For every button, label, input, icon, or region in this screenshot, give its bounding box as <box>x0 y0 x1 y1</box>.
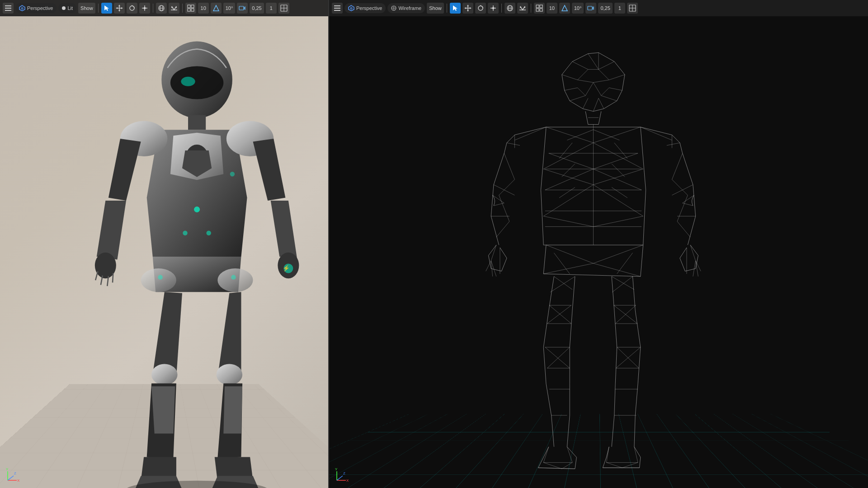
left-sep3 <box>182 4 183 13</box>
right-screen-button[interactable]: 1 <box>614 3 625 14</box>
svg-marker-11 <box>121 7 123 9</box>
svg-line-211 <box>567 447 572 463</box>
svg-marker-10 <box>116 7 118 9</box>
svg-line-220 <box>606 463 622 468</box>
right-camera-val-button[interactable]: 0,25 <box>598 3 612 14</box>
svg-line-123 <box>593 83 601 96</box>
svg-rect-38 <box>188 115 206 130</box>
svg-line-47 <box>113 273 113 282</box>
svg-line-195 <box>547 305 571 324</box>
svg-line-107 <box>599 61 614 69</box>
svg-text:Y: Y <box>335 467 338 471</box>
svg-rect-2 <box>5 10 11 11</box>
left-scene[interactable]: ⚡ <box>0 16 328 488</box>
svg-line-63 <box>8 476 14 480</box>
right-scale-button[interactable] <box>488 3 499 14</box>
svg-text:Z: Z <box>343 471 345 475</box>
svg-rect-27 <box>188 9 190 11</box>
svg-line-137 <box>593 216 643 226</box>
right-select-button[interactable] <box>450 3 461 14</box>
svg-rect-14 <box>144 7 146 9</box>
right-perspective-button[interactable]: Perspective <box>344 3 386 13</box>
right-wireframe-character: .wf-line { stroke: #cccccc; stroke-width… <box>329 38 868 488</box>
right-grid-count[interactable]: 10 <box>547 3 557 14</box>
left-hamburger-button[interactable] <box>3 3 14 14</box>
left-translate-button[interactable] <box>114 3 125 14</box>
left-scale-button[interactable] <box>139 3 150 14</box>
left-snap-button[interactable] <box>169 3 179 14</box>
svg-line-166 <box>672 185 693 195</box>
svg-line-150 <box>507 143 520 145</box>
svg-point-58 <box>231 275 236 279</box>
svg-line-210 <box>543 447 549 463</box>
right-world-button[interactable] <box>505 3 515 14</box>
svg-line-198 <box>612 277 634 290</box>
right-angle-button[interactable]: 10° <box>572 3 584 14</box>
left-select-button[interactable] <box>101 3 112 14</box>
svg-line-181 <box>593 245 643 263</box>
right-translate-button[interactable] <box>462 3 473 14</box>
svg-line-232 <box>337 476 343 480</box>
svg-line-134 <box>543 185 593 216</box>
svg-rect-26 <box>191 5 194 8</box>
left-grid-button[interactable] <box>185 3 196 14</box>
right-angle-icon-button[interactable] <box>559 3 570 14</box>
right-wireframe-button[interactable]: Wireframe <box>387 3 425 13</box>
left-world-button[interactable] <box>156 3 167 14</box>
svg-line-117 <box>572 61 588 69</box>
svg-line-163 <box>672 179 688 195</box>
left-angle-icon-button[interactable] <box>211 3 222 14</box>
right-hamburger-button[interactable] <box>332 3 343 14</box>
left-rotate-button[interactable] <box>127 3 137 14</box>
right-show-button[interactable]: Show <box>427 3 444 14</box>
left-layout-button[interactable] <box>278 3 289 14</box>
svg-point-37 <box>181 77 195 86</box>
svg-line-147 <box>593 169 642 190</box>
viewport-left: Perspective Lit Show <box>0 0 329 488</box>
svg-line-116 <box>562 75 578 80</box>
left-show-button[interactable]: Show <box>78 3 95 14</box>
right-sep2 <box>501 4 502 13</box>
left-perspective-button[interactable]: Perspective <box>15 3 57 13</box>
svg-marker-71 <box>350 7 353 10</box>
svg-line-122 <box>593 80 609 83</box>
svg-line-194 <box>549 305 571 324</box>
left-lit-button[interactable]: Lit <box>58 3 76 13</box>
right-camera-icon-button[interactable] <box>585 3 596 14</box>
svg-point-51 <box>217 268 253 292</box>
svg-marker-99 <box>562 5 567 11</box>
svg-line-109 <box>609 88 622 90</box>
svg-line-145 <box>593 153 638 169</box>
svg-line-121 <box>578 80 594 83</box>
right-snap-button[interactable] <box>517 3 528 14</box>
right-rotate-button[interactable] <box>475 3 486 14</box>
left-screen-button[interactable]: 1 <box>266 3 277 14</box>
svg-point-57 <box>158 275 162 279</box>
svg-line-108 <box>609 75 625 80</box>
svg-line-185 <box>617 253 633 274</box>
svg-line-186 <box>554 277 572 290</box>
svg-line-207 <box>615 305 636 324</box>
svg-line-209 <box>616 347 641 368</box>
svg-line-120 <box>578 70 588 80</box>
svg-rect-84 <box>492 7 494 9</box>
svg-rect-25 <box>188 5 190 8</box>
svg-rect-30 <box>239 6 244 10</box>
svg-point-54 <box>194 206 200 212</box>
left-angle-button[interactable]: 10° <box>223 3 236 14</box>
svg-line-110 <box>601 96 617 101</box>
svg-line-156 <box>499 195 509 221</box>
svg-line-227 <box>612 164 625 177</box>
svg-line-165 <box>677 221 690 237</box>
left-camera-val-button[interactable]: 0,25 <box>250 3 264 14</box>
svg-line-171 <box>486 261 491 271</box>
right-scene[interactable]: .wf-line { stroke: #cccccc; stroke-width… <box>329 16 868 488</box>
left-camera-icon-button[interactable] <box>237 3 248 14</box>
svg-marker-80 <box>464 7 466 9</box>
svg-rect-28 <box>191 9 194 11</box>
left-grid-count[interactable]: 10 <box>198 3 209 14</box>
right-grid-button[interactable] <box>534 3 545 14</box>
svg-line-124 <box>585 83 593 96</box>
svg-line-135 <box>593 185 643 216</box>
right-layout-button[interactable] <box>627 3 638 14</box>
